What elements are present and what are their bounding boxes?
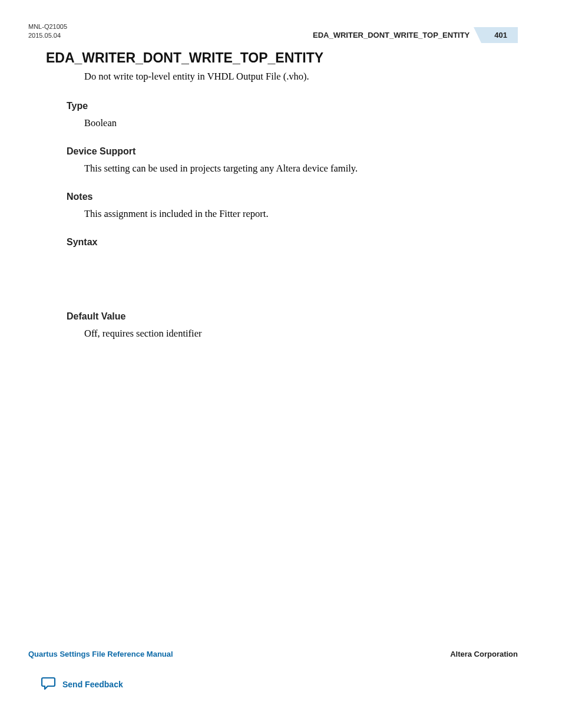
running-title: EDA_WRITER_DONT_WRITE_TOP_ENTITY [313,31,481,39]
page-footer: Quartus Settings File Reference Manual A… [28,650,518,693]
section-heading-device-support: Device Support [67,146,518,157]
send-feedback-label: Send Feedback [62,680,123,689]
section-body-type: Boolean [84,116,518,130]
doc-id: MNL-Q21005 [28,22,67,31]
page-header: MNL-Q21005 2015.05.04 EDA_WRITER_DONT_WR… [28,22,518,43]
section-heading-default-value: Default Value [67,311,518,322]
section-heading-syntax: Syntax [67,237,518,248]
header-right: EDA_WRITER_DONT_WRITE_TOP_ENTITY 401 [313,27,518,43]
footer-company: Altera Corporation [450,650,518,658]
section-body-notes: This assignment is included in the Fitte… [84,207,518,220]
doc-date: 2015.05.04 [28,31,67,40]
section-heading-notes: Notes [67,192,518,202]
page-number-badge: 401 [481,27,518,43]
syntax-empty-area [46,252,518,311]
section-body-default-value: Off, requires section identifier [84,327,518,340]
section-heading-type: Type [67,101,518,111]
intro-text: Do not write top-level entity in VHDL Ou… [84,70,518,83]
page-title: EDA_WRITER_DONT_WRITE_TOP_ENTITY [46,50,518,66]
send-feedback-link[interactable]: Send Feedback [41,676,123,692]
header-meta: MNL-Q21005 2015.05.04 [28,22,67,41]
section-body-device-support: This setting can be used in projects tar… [84,162,518,175]
speech-bubble-icon [41,676,57,692]
footer-manual-link[interactable]: Quartus Settings File Reference Manual [28,650,173,658]
main-content: EDA_WRITER_DONT_WRITE_TOP_ENTITY Do not … [46,50,518,357]
footer-row: Quartus Settings File Reference Manual A… [28,650,518,658]
